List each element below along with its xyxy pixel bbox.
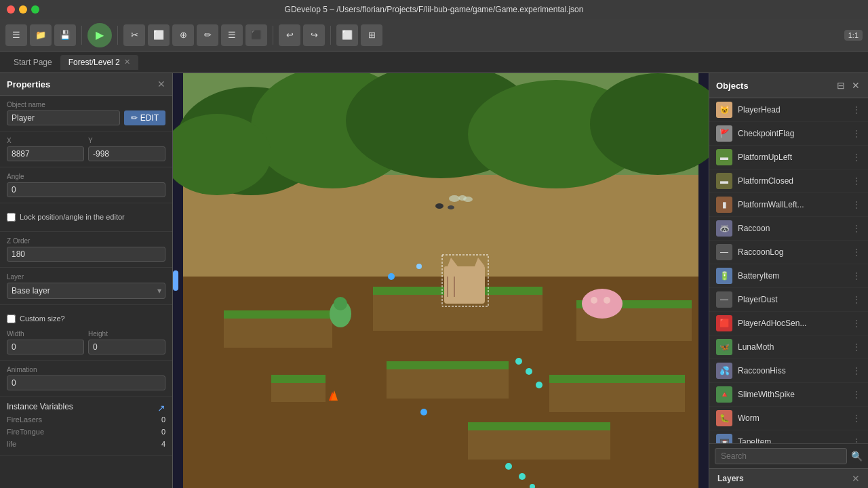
- svg-rect-12: [224, 310, 332, 319]
- zorder-input[interactable]: [7, 247, 165, 262]
- undo-button[interactable]: ↩: [279, 24, 300, 46]
- object-menu-icon[interactable]: ⋮: [852, 152, 861, 163]
- object-name-label: PlayerAdHocSen...: [738, 319, 846, 328]
- x-input[interactable]: [7, 146, 84, 161]
- object-menu-icon[interactable]: ⋮: [852, 104, 861, 115]
- minimize-button[interactable]: [19, 5, 27, 14]
- animation-input[interactable]: [7, 375, 165, 390]
- object-item[interactable]: 😺 PlayerHead ⋮: [709, 98, 868, 122]
- object-item[interactable]: ▮ PlatformWallLeft... ⋮: [709, 193, 868, 217]
- custom-size-label: Custom size?: [20, 314, 65, 323]
- lock-section: Lock position/angle in the editor: [0, 203, 172, 232]
- save-button[interactable]: 💾: [54, 24, 76, 46]
- object-menu-icon[interactable]: ⋮: [852, 270, 861, 281]
- menu-button[interactable]: ☰: [5, 24, 27, 46]
- object-menu-icon[interactable]: ⋮: [852, 342, 861, 352]
- objects-close-button[interactable]: ✕: [850, 79, 861, 92]
- filter-button[interactable]: ⊟: [835, 79, 846, 92]
- layer-select[interactable]: Base layer: [7, 283, 165, 299]
- svg-point-31: [591, 297, 597, 304]
- svg-rect-17: [549, 378, 685, 412]
- object-menu-icon[interactable]: ⋮: [852, 176, 861, 186]
- layer-label: Layer: [7, 273, 165, 281]
- list-button[interactable]: ☰: [221, 24, 243, 46]
- search-input[interactable]: [715, 448, 847, 464]
- properties-close-icon[interactable]: ✕: [157, 79, 165, 89]
- object-item[interactable]: ▬ PlatformUpLeft ⋮: [709, 146, 868, 169]
- object-name-label: Object name: [7, 101, 165, 108]
- instance-vars-header: Instance Variables ↗: [7, 402, 165, 413]
- width-input[interactable]: [7, 340, 84, 354]
- svg-point-44: [435, 203, 443, 209]
- object-item[interactable]: 🦋 LunaMoth ⋮: [709, 336, 868, 359]
- width-group: Width: [7, 330, 84, 354]
- object-name-label: CheckpointFlag: [738, 129, 846, 138]
- svg-rect-22: [271, 375, 326, 383]
- object-item[interactable]: 🦝 Raccoon ⋮: [709, 217, 868, 241]
- svg-rect-18: [549, 375, 685, 383]
- object-menu-icon[interactable]: ⋮: [852, 365, 861, 376]
- tab-start-page[interactable]: Start Page: [5, 55, 60, 70]
- y-group: Y: [88, 137, 165, 161]
- object-icon: 🟥: [716, 315, 732, 331]
- object-item[interactable]: ▬ PlatformClosed ⋮: [709, 169, 868, 193]
- grid-button[interactable]: ⊞: [361, 24, 382, 46]
- object-item[interactable]: 🟥 PlayerAdHocSen... ⋮: [709, 312, 868, 336]
- object-item[interactable]: 🔺 SlimeWithSpike ⋮: [709, 383, 868, 407]
- object-icon: 😺: [716, 102, 732, 118]
- object-item[interactable]: 📼 TapeItem ⋮: [709, 430, 868, 443]
- add-button[interactable]: ⊕: [172, 24, 194, 46]
- object-item[interactable]: 💦 RaccoonHiss ⋮: [709, 359, 868, 383]
- y-input[interactable]: [88, 146, 165, 161]
- object-item[interactable]: 🐛 Worm ⋮: [709, 407, 868, 430]
- maximize-button[interactable]: [31, 5, 39, 14]
- object-name-label: SlimeWithSpike: [738, 390, 846, 399]
- play-button[interactable]: ▶: [87, 23, 112, 47]
- object-item[interactable]: — RaccoonLog ⋮: [709, 241, 868, 264]
- object-menu-icon[interactable]: ⋮: [852, 318, 861, 329]
- lock-checkbox[interactable]: [7, 213, 16, 222]
- toolbar: ☰ 📁 💾 ▶ ✂ ⬜ ⊕ ✏ ☰ ⬛ ↩ ↪ ⬜ ⊞ 1:1: [0, 19, 868, 52]
- height-input[interactable]: [88, 340, 165, 354]
- cut-button[interactable]: ✂: [123, 24, 145, 46]
- custom-size-checkbox[interactable]: [7, 314, 16, 323]
- canvas-area[interactable]: [173, 73, 709, 488]
- open-button[interactable]: 📁: [30, 24, 52, 46]
- panel-button[interactable]: ⬛: [245, 24, 267, 46]
- separator-4: [330, 26, 331, 45]
- object-menu-icon[interactable]: ⋮: [852, 199, 861, 210]
- object-item[interactable]: — PlayerDust ⋮: [709, 288, 868, 312]
- object-menu-icon[interactable]: ⋮: [852, 247, 861, 258]
- canvas-vertical-slider[interactable]: [173, 270, 178, 291]
- select-button[interactable]: ⬜: [148, 24, 170, 46]
- object-menu-icon[interactable]: ⋮: [852, 128, 861, 139]
- object-menu-icon[interactable]: ⋮: [852, 436, 861, 443]
- object-menu-icon[interactable]: ⋮: [852, 294, 861, 305]
- object-icon: 🦝: [716, 220, 732, 237]
- tab-close-icon[interactable]: ✕: [124, 58, 130, 66]
- object-menu-icon[interactable]: ⋮: [852, 389, 861, 400]
- fullscreen-button[interactable]: ⬜: [336, 24, 358, 46]
- tab-forest-level[interactable]: Forest/Level 2 ✕: [60, 55, 138, 70]
- object-icon: 🚩: [716, 125, 732, 142]
- object-item[interactable]: 🔋 BatteryItem ⋮: [709, 264, 868, 288]
- edit-object-button[interactable]: ✏ EDIT: [124, 110, 165, 125]
- layers-close-icon[interactable]: ✕: [852, 473, 860, 484]
- object-menu-icon[interactable]: ⋮: [852, 413, 861, 424]
- xy-row: X Y: [7, 137, 165, 161]
- close-button[interactable]: [7, 5, 15, 14]
- instance-vars-external-icon[interactable]: ↗: [157, 403, 165, 413]
- object-name-label: RaccoonHiss: [738, 366, 846, 375]
- object-item[interactable]: 🚩 CheckpointFlag ⋮: [709, 122, 868, 146]
- instance-vars-label: Instance Variables: [7, 402, 73, 411]
- object-name-label: Worm: [738, 413, 846, 423]
- redo-button[interactable]: ↪: [303, 24, 325, 46]
- object-menu-icon[interactable]: ⋮: [852, 223, 861, 234]
- angle-input[interactable]: [7, 182, 165, 197]
- angle-section: Angle: [0, 167, 172, 203]
- object-name-input[interactable]: [7, 110, 120, 125]
- object-icon: ▬: [716, 173, 732, 189]
- edit-button[interactable]: ✏: [197, 24, 218, 46]
- layers-tab[interactable]: Layers ✕: [709, 468, 868, 488]
- titlebar: GDevelop 5 – /Users/florian/Projects/F/l…: [0, 0, 868, 19]
